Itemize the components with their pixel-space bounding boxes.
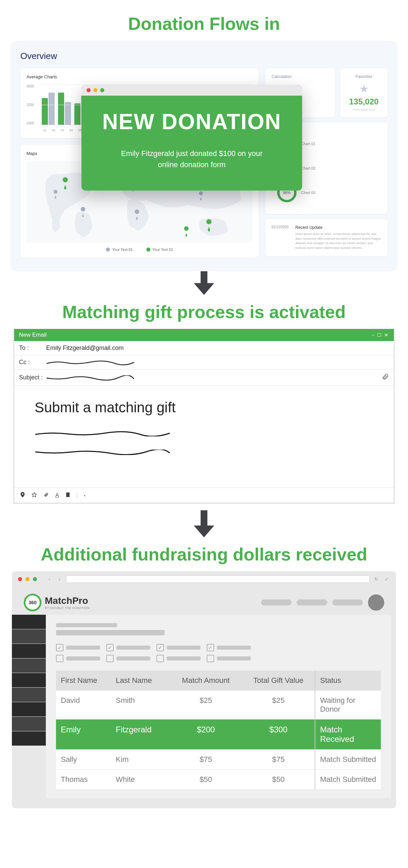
email-subject-row: Subject : bbox=[14, 370, 394, 386]
brand-name: MatchPro bbox=[45, 595, 90, 606]
svg-rect-7 bbox=[66, 493, 70, 497]
filter-checkbox[interactable] bbox=[156, 655, 201, 662]
step2-heading: Matching gift process is activated bbox=[10, 302, 398, 322]
subject-label: Subject : bbox=[19, 374, 46, 381]
filter-checkbox[interactable]: ✓ bbox=[106, 644, 150, 651]
forward-icon[interactable]: › bbox=[56, 576, 63, 583]
delete-icon[interactable] bbox=[66, 492, 70, 498]
filter-checkbox[interactable]: ✓ bbox=[56, 644, 100, 651]
paperclip-icon[interactable] bbox=[44, 492, 49, 499]
filter-row: ✓ ✓ ✓ ✓ bbox=[56, 644, 381, 651]
table-row[interactable]: ThomasWhite$50$50Match Submitted bbox=[56, 770, 381, 790]
cc-label: Cc : bbox=[19, 359, 46, 366]
expand-icon[interactable]: ⤢ bbox=[383, 576, 390, 583]
donations-table: First Name Last Name Match Amount Total … bbox=[56, 671, 381, 790]
step3-heading: Additional fundraising dollars received bbox=[10, 544, 398, 565]
calculation-title: Calculation bbox=[272, 74, 329, 79]
overview-title: Overview bbox=[20, 51, 388, 61]
table-row[interactable]: EmilyFitzgerald$200$300Match Received bbox=[56, 719, 381, 750]
maximize-icon[interactable] bbox=[33, 577, 37, 581]
nav-pill[interactable] bbox=[332, 599, 363, 606]
filter-checkbox[interactable]: ✓ bbox=[207, 644, 251, 651]
filter-checkbox[interactable] bbox=[106, 655, 150, 662]
table-row[interactable]: SallyKim$75$75Match Submitted bbox=[56, 750, 381, 770]
favorites-card: Favorites ★ 135,020 *lorem ipsum dolor bbox=[340, 68, 388, 117]
logo-badge: 360 bbox=[24, 594, 41, 611]
chevron-down-icon[interactable]: ▾ bbox=[84, 494, 86, 497]
avatar[interactable] bbox=[368, 594, 384, 611]
subject-field[interactable] bbox=[46, 375, 382, 380]
svg-rect-9 bbox=[67, 492, 69, 493]
nav-item[interactable] bbox=[12, 688, 46, 702]
popup-text: Emily Fitzgerald just donated $100 on yo… bbox=[110, 148, 273, 170]
nav-item[interactable] bbox=[12, 644, 46, 658]
minimize-icon[interactable] bbox=[25, 577, 30, 581]
nav-item[interactable] bbox=[12, 658, 46, 673]
recent-date: 01/12/2020 bbox=[272, 225, 289, 250]
minimize-icon[interactable] bbox=[93, 88, 97, 92]
star-icon: ★ bbox=[346, 82, 382, 95]
filter-checkbox[interactable] bbox=[56, 655, 100, 662]
nav-item[interactable] bbox=[12, 615, 46, 629]
cc-field[interactable] bbox=[46, 360, 389, 365]
logo: 360 MatchPro BY DOUBLE THE DONATION bbox=[24, 594, 90, 611]
avg-charts-title: Average Charts bbox=[26, 74, 253, 79]
body-line-icon bbox=[35, 450, 373, 456]
recent-title: Recent Update bbox=[295, 225, 382, 230]
donation-popup: NEW DONATION Emily Fitzgerald just donat… bbox=[81, 85, 302, 191]
table-row[interactable]: DavidSmith$25$25Waiting for Donor bbox=[56, 691, 381, 719]
window-controls[interactable]: − ☐ ✕ bbox=[372, 332, 389, 338]
nav-item[interactable] bbox=[12, 629, 46, 644]
favorites-number: 135,020 bbox=[346, 97, 382, 106]
location-icon[interactable] bbox=[20, 492, 25, 499]
map-legend: Your Text 01 Your Text 02 bbox=[26, 248, 253, 252]
popup-chrome bbox=[81, 85, 302, 96]
text-format-icon[interactable]: A bbox=[55, 492, 59, 498]
nav-item[interactable] bbox=[12, 731, 46, 746]
email-titlebar: New Email − ☐ ✕ bbox=[14, 329, 394, 341]
nav-pill[interactable] bbox=[261, 599, 292, 606]
step1-heading: Donation Flows in bbox=[10, 14, 398, 34]
email-toolbar: A ▾ bbox=[14, 488, 394, 503]
popup-title: NEW DONATION bbox=[95, 109, 289, 134]
browser-window: ‹ › ↻ ⤢ 360 MatchPro BY DOUBLE THE DONAT… bbox=[12, 571, 396, 808]
table-header: First Name Last Name Match Amount Total … bbox=[56, 671, 381, 691]
side-nav bbox=[12, 615, 46, 798]
body-line-icon bbox=[35, 431, 373, 438]
dashboard-panel: Overview Average Charts 300020001000 010… bbox=[10, 41, 398, 271]
brand-sub: BY DOUBLE THE DONATION bbox=[45, 606, 90, 610]
header-nav bbox=[261, 594, 384, 611]
email-to-row: To : Emily Fitzgerald@gmail.com bbox=[14, 341, 394, 355]
nav-pill[interactable] bbox=[297, 599, 327, 606]
email-body-title: Submit a matching gift bbox=[35, 399, 373, 416]
close-icon[interactable] bbox=[18, 577, 22, 581]
arrow-down-icon bbox=[10, 510, 398, 537]
recent-update-card: 01/12/2020 Recent Update lorem ipsum dol… bbox=[265, 219, 388, 256]
favorites-title: Favorites bbox=[346, 74, 382, 79]
attachment-icon[interactable] bbox=[382, 373, 389, 382]
refresh-icon[interactable]: ↻ bbox=[373, 576, 380, 583]
filter-row bbox=[56, 655, 381, 662]
close-icon[interactable] bbox=[87, 88, 91, 92]
legend-dot-green bbox=[146, 248, 150, 252]
recent-text: lorem ipsum dolor sit amet, consectetuer… bbox=[295, 232, 382, 250]
email-body[interactable]: Submit a matching gift bbox=[14, 386, 394, 488]
nav-item[interactable] bbox=[12, 717, 46, 731]
nav-item[interactable] bbox=[12, 702, 46, 716]
app-header: 360 MatchPro BY DOUBLE THE DONATION bbox=[12, 587, 396, 615]
skeleton-line bbox=[56, 630, 165, 635]
filter-checkbox[interactable] bbox=[207, 655, 251, 662]
main-panel: ✓ ✓ ✓ ✓ First Name Last Name Match Amoun… bbox=[46, 615, 391, 798]
arrow-down-icon bbox=[10, 268, 398, 295]
url-bar[interactable] bbox=[66, 575, 370, 583]
email-window: New Email − ☐ ✕ To : Emily Fitzgerald@gm… bbox=[14, 329, 394, 504]
to-label: To : bbox=[19, 344, 46, 352]
nav-item[interactable] bbox=[12, 673, 46, 687]
to-field[interactable]: Emily Fitzgerald@gmail.com bbox=[46, 344, 389, 352]
maximize-icon[interactable] bbox=[100, 88, 104, 92]
back-icon[interactable]: ‹ bbox=[46, 576, 53, 583]
star-outline-icon[interactable] bbox=[32, 492, 37, 499]
skeleton-line bbox=[56, 623, 117, 627]
filter-checkbox[interactable]: ✓ bbox=[156, 644, 201, 651]
email-cc-row: Cc : bbox=[14, 355, 394, 370]
